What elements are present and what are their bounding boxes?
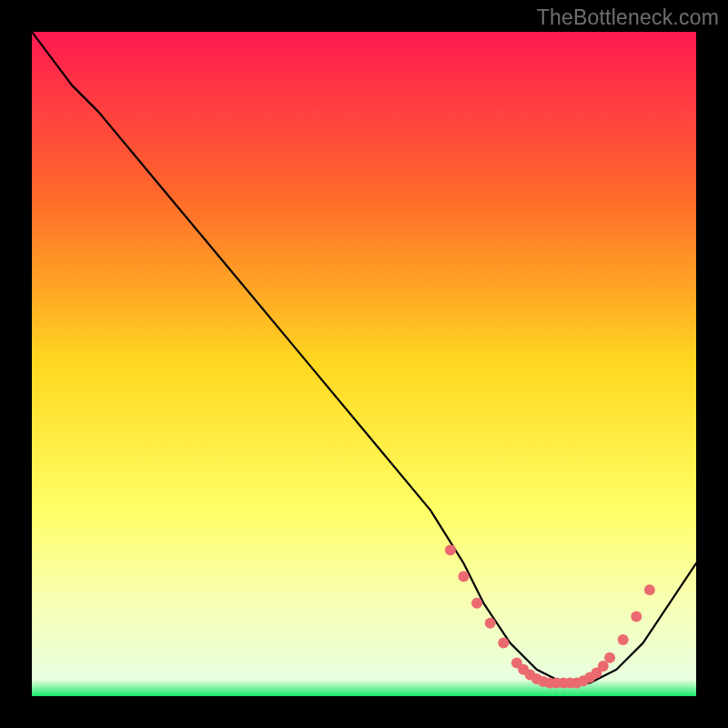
marker-dot xyxy=(644,584,655,595)
marker-dot xyxy=(485,618,496,629)
marker-dot xyxy=(618,634,629,645)
watermark-text: TheBottleneck.com xyxy=(537,5,719,30)
marker-dot xyxy=(598,661,609,672)
gradient-background xyxy=(32,32,696,696)
marker-dot xyxy=(604,652,615,663)
marker-dot xyxy=(498,638,509,649)
marker-dot xyxy=(459,571,470,582)
chart-stage: TheBottleneck.com xyxy=(0,0,728,728)
marker-dot xyxy=(445,544,456,555)
plot-area xyxy=(32,32,696,696)
marker-dot xyxy=(471,598,482,609)
marker-dot xyxy=(631,611,642,622)
chart-svg xyxy=(32,32,696,696)
